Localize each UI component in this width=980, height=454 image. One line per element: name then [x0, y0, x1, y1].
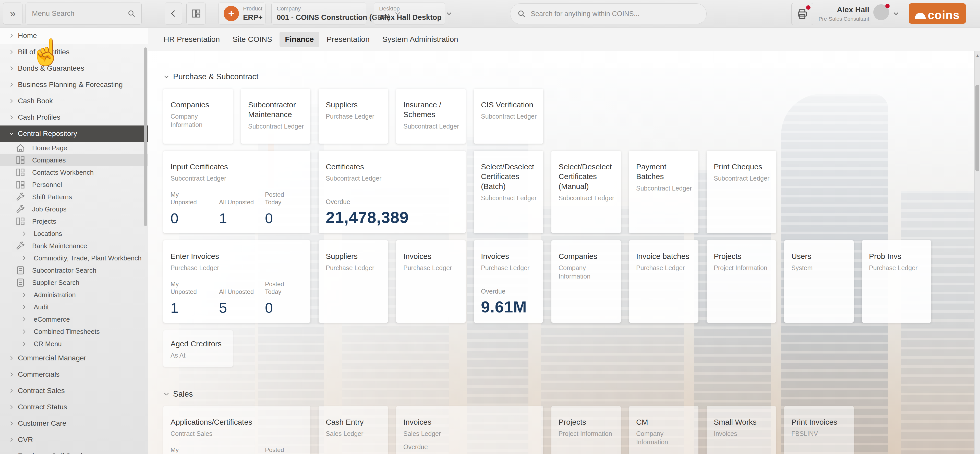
user-info[interactable]: Alex Hall Pre-Sales Consultant	[818, 5, 869, 22]
sidebar-subitem-companies[interactable]: Companies	[0, 154, 148, 166]
tab-presentation[interactable]: Presentation	[321, 32, 375, 47]
tile-projects-sales[interactable]: Projects Project Information	[551, 406, 621, 454]
tile-prob-invs[interactable]: Prob Invs Purchase Ledger	[862, 240, 931, 323]
menu-search-box[interactable]	[25, 3, 142, 24]
section-header-sales: Sales	[163, 389, 980, 399]
tile-certificates[interactable]: Certificates Subcontract Ledger Overdue …	[318, 151, 466, 233]
tile-insurance-schemes[interactable]: Insurance / Schemes Subcontract Ledger	[396, 89, 466, 144]
tile-invoices-pl[interactable]: Invoices Purchase Ledger	[396, 240, 466, 323]
main-area: HR Presentation Site COINS Finance Prese…	[148, 27, 980, 454]
sidebar-item-contract-status[interactable]: Contract Status	[0, 399, 148, 415]
desktop-value: Alex Hall Desktop	[379, 14, 442, 21]
tile-enter-invoices[interactable]: Enter Invoices Purchase Ledger My Unpost…	[163, 240, 310, 323]
sidebar-item-bill-of-quantities[interactable]: Bill of Quantities	[0, 44, 148, 60]
sidebar-subitem-commodity-trade-plant[interactable]: Commodity, Trade, Plant Workbench	[0, 252, 148, 264]
tile-big-stat: Overdue 9.61M	[481, 288, 527, 316]
sidebar-collapse-button[interactable]: »	[3, 3, 22, 24]
tile-input-certificates[interactable]: Input Certificates Subcontract Ledger My…	[163, 151, 310, 233]
tab-hr-presentation[interactable]: HR Presentation	[158, 32, 225, 47]
sidebar-subitem-projects[interactable]: Projects	[0, 215, 148, 227]
sidebar-item-contract-sales[interactable]: Contract Sales	[0, 383, 148, 399]
sidebar-item-label: Bonds & Guarantees	[18, 64, 84, 73]
tile-subtitle: As At	[170, 351, 227, 360]
sidebar-item-cash-book[interactable]: Cash Book	[0, 93, 148, 109]
tile-suppliers[interactable]: Suppliers Purchase Ledger	[318, 89, 388, 144]
sidebar-subitem-contacts-workbench[interactable]: Contacts Workbench	[0, 166, 148, 179]
sidebar-subitem-combined-timesheets[interactable]: Combined Timesheets	[0, 325, 148, 338]
sidebar-item-commercials[interactable]: Commercials	[0, 366, 148, 383]
sidebar-subitem-audit[interactable]: Audit	[0, 301, 148, 313]
tile-companies[interactable]: Companies Company Information	[163, 89, 233, 144]
user-menu-chevron-icon[interactable]	[893, 10, 899, 17]
tile-title: Print Cheques	[714, 162, 770, 171]
tile-small-works[interactable]: Small Works Invoices	[706, 406, 776, 454]
sidebar-subitem-administration[interactable]: Administration	[0, 289, 148, 301]
sidebar-item-bonds-guarantees[interactable]: Bonds & Guarantees	[0, 60, 148, 76]
sidebar-subitem-cr-menu[interactable]: CR Menu	[0, 338, 148, 350]
sidebar-subitem-ecommerce[interactable]: eCommerce	[0, 313, 148, 325]
tile-suppliers-pl[interactable]: Suppliers Purchase Ledger	[318, 240, 388, 323]
tile-subtitle: Subcontract Ledger	[481, 112, 537, 121]
menu-search-input[interactable]	[32, 9, 127, 18]
sidebar-item-business-planning[interactable]: Business Planning & Forecasting	[0, 76, 148, 93]
page-scrollbar[interactable]: ▲	[974, 51, 980, 454]
page-scrollbar-thumb[interactable]	[975, 85, 979, 171]
tile-print-cheques[interactable]: Print Cheques Subcontract Ledger	[706, 151, 776, 233]
tile-payment-batches[interactable]: Payment Batches Subcontract Ledger	[629, 151, 698, 233]
tile-print-invoices[interactable]: Print Invoices FBSLINV	[784, 406, 854, 454]
print-queue-button[interactable]	[791, 3, 813, 25]
section-collapse-icon[interactable]	[163, 74, 170, 80]
tile-invoice-batches[interactable]: Invoice batches Purchase Ledger	[629, 240, 698, 323]
sidebar-item-employee-self-service[interactable]: Employee Self Service	[0, 448, 148, 454]
product-selector[interactable]: + Product ERP+	[218, 3, 266, 24]
stat-value: 5	[219, 300, 265, 316]
sidebar-item-label: Customer Care	[18, 419, 66, 427]
tile-users[interactable]: Users System	[784, 240, 854, 323]
sidebar-subitem-home-page[interactable]: Home Page	[0, 142, 148, 154]
tile-applications-certificates[interactable]: Applications/Certificates Contract Sales…	[163, 406, 310, 454]
global-search[interactable]	[510, 3, 706, 24]
sidebar-scrollbar-thumb[interactable]	[144, 48, 147, 226]
apps-grid-button[interactable]	[186, 3, 206, 24]
section-collapse-icon[interactable]	[163, 391, 170, 397]
sidebar-subitem-locations[interactable]: Locations	[0, 227, 148, 240]
tile-subcontractor-maintenance[interactable]: Subcontractor Maintenance Subcontract Le…	[241, 89, 310, 144]
tile-companies-ci[interactable]: Companies Company Information	[551, 240, 621, 323]
sidebar-item-cash-profiles[interactable]: Cash Profiles	[0, 109, 148, 125]
big-stat-value: 21,478,389	[326, 208, 409, 227]
tile-select-deselect-certificates-batch[interactable]: Select/Deselect Certificates (Batch) Sub…	[474, 151, 543, 233]
back-button[interactable]	[165, 3, 182, 24]
scroll-up-icon[interactable]: ▲	[976, 53, 980, 57]
tile-select-deselect-certificates-manual[interactable]: Select/Deselect Certificates (Manual) Su…	[551, 151, 621, 233]
desktop-selector[interactable]: Desktop Alex Hall Desktop	[374, 3, 445, 24]
sidebar-item-central-repository[interactable]: Central Repository	[0, 125, 148, 142]
sidebar-item-home[interactable]: Home	[0, 27, 148, 44]
tile-cash-entry[interactable]: Cash Entry Sales Ledger	[318, 406, 388, 454]
top-bar: » + Product ERP+ Company 001 - COINS Con…	[0, 0, 980, 28]
tab-finance[interactable]: Finance	[280, 32, 319, 47]
tab-system-administration[interactable]: System Administration	[377, 32, 464, 47]
tile-cm[interactable]: CM Company Information	[629, 406, 698, 454]
sidebar-subitem-personnel[interactable]: Personnel	[0, 179, 148, 191]
sidebar-subitem-bank-maintenance[interactable]: Bank Maintenance	[0, 240, 148, 252]
sidebar-item-label: Projects	[32, 217, 56, 225]
sidebar-subitem-supplier-search[interactable]: Supplier Search	[0, 276, 148, 289]
sidebar-item-customer-care[interactable]: Customer Care	[0, 415, 148, 432]
tile-subtitle: Purchase Ledger	[170, 264, 304, 272]
sidebar-subitem-subcontractor-search[interactable]: Subcontractor Search	[0, 264, 148, 276]
sidebar-subitem-shift-patterns[interactable]: Shift Patterns	[0, 191, 148, 203]
tile-aged-creditors[interactable]: Aged Creditors As At	[163, 330, 233, 367]
tile-subtitle: Project Information	[558, 430, 615, 438]
tile-subtitle: Subcontract Ledger	[558, 194, 615, 202]
avatar[interactable]	[873, 4, 889, 20]
company-selector[interactable]: Company 001 - COINS Construction (GBP)	[271, 3, 366, 24]
sidebar-item-commercial-manager[interactable]: Commercial Manager	[0, 350, 148, 366]
sidebar-subitem-job-groups[interactable]: Job Groups	[0, 203, 148, 215]
tab-site-coins[interactable]: Site COINS	[227, 32, 277, 47]
tile-projects[interactable]: Projects Project Information	[706, 240, 776, 323]
tile-cis-verification[interactable]: CIS Verification Subcontract Ledger	[474, 89, 543, 144]
tile-invoices-overdue[interactable]: Invoices Purchase Ledger Overdue 9.61M	[474, 240, 543, 323]
global-search-input[interactable]	[530, 10, 700, 18]
tile-invoices-sales[interactable]: Invoices Sales Ledger Overdue	[396, 406, 543, 454]
sidebar-item-cvr[interactable]: CVR	[0, 432, 148, 448]
